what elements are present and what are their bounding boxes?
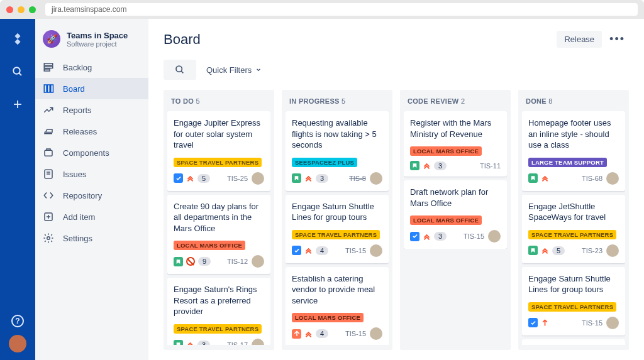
release-button[interactable]: Release [557, 31, 602, 48]
add-item-icon [43, 211, 54, 222]
card[interactable]: Create 90 day plans for all departments … [167, 195, 270, 275]
story-type-icon [410, 161, 419, 170]
card-title: Engage Jupiter Express for outer solar s… [174, 117, 264, 151]
estimate-badge: 3 [434, 161, 447, 170]
quick-filters-label: Quick Filters [206, 65, 252, 75]
priority-icon [304, 330, 313, 338]
card-title: Engage Saturn Shuttle Lines for group to… [292, 201, 382, 223]
priority-icon [541, 246, 549, 254]
card[interactable]: Establish a catering vendor to provide m… [286, 267, 389, 345]
card[interactable]: Homepage footer uses an inline style - s… [522, 111, 625, 191]
story-type-icon [528, 246, 538, 255]
assignee-avatar[interactable] [252, 172, 264, 185]
card-label: SPACE TRAVEL PARTNERS [174, 158, 262, 167]
issue-key: TIS-11 [480, 162, 501, 170]
sidebar-item-issues[interactable]: Issues [35, 163, 148, 185]
card[interactable]: Requesting available flights is now taki… [286, 111, 389, 191]
task-type-icon [410, 232, 419, 241]
issue-key: TIS-25 [227, 175, 248, 182]
card-label: LOCAL MARS OFFICE [292, 313, 364, 322]
card[interactable]: Engage Saturn Shuttle Lines for group to… [286, 195, 389, 263]
story-type-icon [528, 173, 538, 183]
assignee-avatar[interactable] [606, 244, 619, 257]
card[interactable]: Register with the Mars Ministry of Reven… [404, 111, 507, 177]
issue-key: TIS-15 [582, 319, 602, 327]
project-header[interactable]: 🚀 Teams in Space Software project [35, 30, 148, 57]
sidebar-item-add[interactable]: Add item [35, 206, 148, 227]
url-bar[interactable]: jira.teamsinspace.com [45, 3, 638, 16]
assignee-avatar[interactable] [606, 172, 619, 185]
help-icon[interactable]: ? [11, 315, 24, 327]
browser-chrome: jira.teamsinspace.com [0, 0, 644, 19]
card[interactable]: Engage Saturn Shuttle Lines for group to… [522, 267, 625, 335]
sidebar-item-releases[interactable]: Releases [35, 121, 148, 142]
board-search[interactable] [164, 60, 196, 80]
priority-icon [423, 232, 431, 241]
window-close-icon[interactable] [6, 6, 13, 13]
svg-point-0 [13, 67, 20, 74]
sidebar-item-reports[interactable]: Reports [35, 99, 148, 121]
task-type-icon [528, 318, 538, 327]
issue-key: TIS-12 [227, 258, 248, 265]
project-name: Teams in Space [67, 31, 141, 40]
more-button[interactable]: ••• [606, 29, 629, 50]
story-type-icon [174, 257, 183, 266]
task-type-icon [174, 173, 183, 183]
project-type: Software project [67, 40, 141, 48]
card[interactable]: Establish a catering vendor to provide m… [522, 339, 625, 345]
svg-rect-9 [51, 85, 53, 92]
search-icon[interactable] [8, 62, 28, 82]
assignee-avatar[interactable] [252, 339, 264, 345]
assignee-avatar[interactable] [370, 172, 382, 185]
card-title: Register with the Mars Ministry of Reven… [410, 117, 501, 139]
quick-filters-dropdown[interactable]: Quick Filters [206, 65, 262, 75]
column-header: TO DO 5 [167, 95, 270, 111]
svg-point-19 [176, 66, 182, 72]
create-icon[interactable] [8, 94, 28, 114]
sidebar-item-settings[interactable]: Settings [35, 227, 148, 249]
components-icon [43, 147, 54, 158]
issue-key: TIS-15 [464, 232, 484, 240]
svg-rect-5 [44, 67, 53, 68]
card[interactable]: Engage Saturn's Rings Resort as a prefer… [167, 278, 270, 345]
svg-rect-11 [45, 150, 52, 156]
card-title: Requesting available flights is now taki… [292, 117, 382, 151]
board-icon [43, 83, 54, 94]
issue-key: TIS-15 [345, 330, 366, 337]
assignee-avatar[interactable] [488, 230, 501, 243]
window-minimize-icon[interactable] [18, 6, 25, 13]
sidebar-item-backlog[interactable]: Backlog [35, 57, 148, 78]
assignee-avatar[interactable] [252, 255, 264, 268]
issue-key: TIS-8 [349, 175, 366, 182]
sidebar-item-label: Releases [63, 127, 97, 136]
column-header: CODE REVIEW 2 [404, 95, 507, 111]
column-done: DONE 8 Homepage footer uses an inline st… [518, 90, 629, 350]
assignee-avatar[interactable] [370, 327, 382, 340]
card[interactable]: Engage JetShuttle SpaceWays for travel S… [522, 195, 625, 263]
column-header: IN PROGRESS 5 [286, 95, 389, 111]
card[interactable]: Engage Jupiter Express for outer solar s… [167, 111, 270, 191]
priority-icon [541, 319, 549, 327]
issue-key: TIS-17 [227, 341, 248, 345]
profile-avatar[interactable] [9, 335, 26, 352]
global-nav: ? [0, 19, 35, 360]
sidebar-item-board[interactable]: Board [35, 78, 148, 99]
sidebar-item-label: Board [63, 84, 85, 94]
priority-icon [541, 174, 549, 182]
jira-logo-icon[interactable] [8, 29, 28, 49]
issue-key: TIS-15 [345, 247, 366, 254]
window-maximize-icon[interactable] [29, 6, 36, 13]
svg-line-1 [19, 73, 21, 75]
assignee-avatar[interactable] [370, 244, 382, 257]
estimate-badge: 3 [434, 232, 447, 241]
estimate-badge: 5 [197, 174, 210, 183]
column-in-progress: IN PROGRESS 5 Requesting available fligh… [282, 90, 392, 350]
card-title: Homepage footer uses an inline style - s… [528, 117, 619, 151]
sidebar-item-repository[interactable]: Repository [35, 185, 148, 206]
card[interactable]: Draft network plan for Mars Office LOCAL… [404, 180, 507, 249]
assignee-avatar[interactable] [606, 317, 619, 329]
card-title: Engage Saturn Shuttle Lines for group to… [528, 273, 619, 295]
reports-icon [43, 104, 54, 116]
sidebar-item-components[interactable]: Components [35, 142, 148, 163]
estimate-badge: 4 [316, 329, 328, 338]
